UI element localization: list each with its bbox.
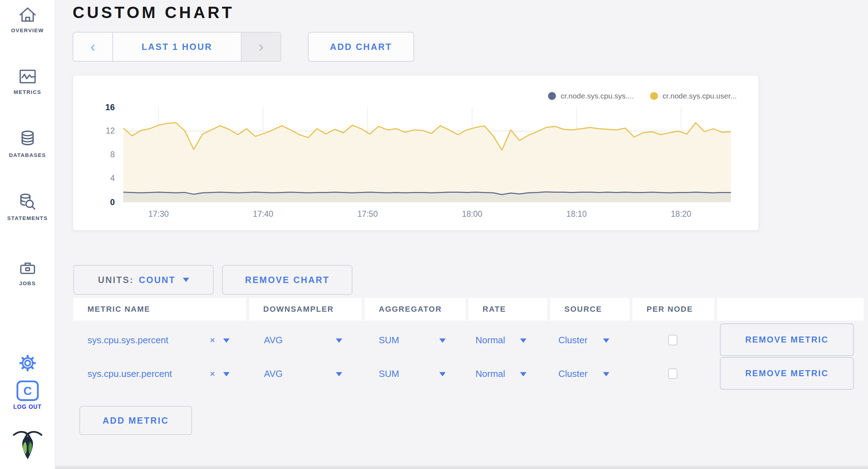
metric-row: sys.cpu.sys.percent × AVG SUM Normal Clu… [0,323,868,357]
x-axis-tick-label: 17:30 [139,209,178,219]
briefcase-icon [0,258,55,278]
series-area [123,192,731,202]
chevron-down-icon[interactable] [603,338,609,343]
chevron-right-icon: › [259,38,264,55]
sidebar-item-metrics[interactable]: METRICS [0,67,55,95]
logout-button[interactable]: C LOG OUT [0,380,55,410]
source-dropdown[interactable]: Cluster [558,335,587,346]
sidebar-item-databases[interactable]: DATABASES [0,129,55,158]
y-axis-tick-label: 16 [73,102,115,112]
source-dropdown[interactable]: Cluster [558,368,587,379]
chevron-down-icon[interactable] [336,372,342,376]
clear-metric-icon[interactable]: × [210,368,215,379]
units-dropdown[interactable]: UNITS: COUNT [73,265,214,295]
time-range-prev-button[interactable]: ‹ [73,33,113,61]
col-header-actions [717,298,864,321]
chevron-down-icon[interactable] [223,372,230,376]
aggregator-dropdown[interactable]: SUM [379,335,399,346]
time-range-next-button[interactable]: › [241,33,281,61]
rate-dropdown[interactable]: Normal [475,368,505,379]
legend-item[interactable]: cr.node.sys.cpu.sys.... [548,92,634,100]
chevron-down-icon[interactable] [520,338,526,343]
settings-gear-button[interactable] [0,354,55,372]
y-axis-tick-label: 4 [73,174,115,183]
legend-dot-icon [650,92,658,100]
legend-label: cr.node.sys.cpu.user... [663,92,737,100]
per-node-checkbox[interactable] [668,368,677,379]
sidebar: OVERVIEW METRICS DATABASES STATEMENTS JO… [0,0,55,469]
x-axis-tick-label: 18:20 [661,209,700,219]
page-title: CUSTOM CHART [73,3,234,22]
units-value: COUNT [139,275,176,285]
cockroachdb-logo [0,429,55,461]
database-icon [0,129,55,149]
col-header-aggregator: AGGREGATOR [365,298,466,321]
clear-metric-icon[interactable]: × [210,335,215,346]
sidebar-item-label: JOBS [0,280,55,286]
sidebar-item-overview[interactable]: OVERVIEW [0,5,55,33]
chart-legend: cr.node.sys.cpu.sys....cr.node.sys.cpu.u… [548,92,737,100]
chevron-down-icon[interactable] [336,338,342,343]
sidebar-item-label: DATABASES [0,152,55,158]
chevron-down-icon[interactable] [520,372,526,376]
sidebar-item-statements[interactable]: STATEMENTS [0,192,55,221]
x-axis-tick-label: 18:10 [557,209,596,219]
col-header-source: SOURCE [550,298,630,321]
sidebar-item-label: METRICS [0,89,55,95]
chevron-down-icon[interactable] [603,372,609,376]
metric-row: sys.cpu.user.percent × AVG SUM Normal Cl… [0,357,868,390]
sidebar-item-label: OVERVIEW [0,27,55,33]
home-icon [0,5,55,25]
x-axis-tick-label: 17:50 [348,209,387,219]
chart-card: cr.node.sys.cpu.sys....cr.node.sys.cpu.u… [73,75,759,231]
add-metric-button[interactable]: ADD METRIC [79,406,192,435]
units-label: UNITS: [98,275,134,285]
chevron-left-icon: ‹ [90,38,95,55]
chevron-down-icon[interactable] [439,338,446,343]
time-range-selector: ‹ LAST 1 HOUR › [73,32,281,62]
logout-label: LOG OUT [0,404,55,410]
rate-dropdown[interactable]: Normal [475,335,505,346]
svg-text:C: C [23,384,32,397]
col-header-metric-name: METRIC NAME [73,298,246,321]
sidebar-item-label: STATEMENTS [0,215,55,221]
legend-dot-icon [548,92,556,100]
remove-metric-button[interactable]: REMOVE METRIC [720,323,854,356]
col-header-downsampler: DOWNSAMPLER [249,298,362,321]
chevron-down-icon[interactable] [223,338,230,343]
statements-search-icon [0,192,55,213]
metric-name-dropdown[interactable]: sys.cpu.sys.percent [88,335,168,346]
y-axis-tick-label: 0 [73,197,115,207]
cockroach-c-icon: C [0,380,55,402]
legend-item[interactable]: cr.node.sys.cpu.user... [650,92,737,100]
bottom-scroll-shadow [55,464,868,469]
x-axis-tick-label: 17:40 [243,209,282,219]
remove-chart-button[interactable]: REMOVE CHART [222,265,353,295]
x-axis-tick-label: 18:00 [452,209,491,219]
cockroach-bug-icon [0,429,55,461]
metrics-chart-icon [0,67,55,86]
sidebar-item-jobs[interactable]: JOBS [0,258,55,286]
col-header-per-node: PER NODE [632,298,714,321]
downsampler-dropdown[interactable]: AVG [264,368,283,379]
remove-metric-button[interactable]: REMOVE METRIC [720,357,854,390]
per-node-checkbox[interactable] [668,335,677,345]
chevron-down-icon[interactable] [439,372,446,376]
time-range-label[interactable]: LAST 1 HOUR [113,33,241,61]
aggregator-dropdown[interactable]: SUM [379,368,399,379]
chevron-down-icon [183,278,189,282]
downsampler-dropdown[interactable]: AVG [264,335,283,346]
add-chart-button[interactable]: ADD CHART [308,32,414,62]
metric-name-dropdown[interactable]: sys.cpu.user.percent [88,368,172,379]
chart-plot-area [123,107,731,202]
gear-icon [0,354,55,372]
y-axis-tick-label: 8 [73,150,115,159]
legend-label: cr.node.sys.cpu.sys.... [560,92,634,100]
y-axis-tick-label: 12 [73,126,115,136]
col-header-rate: RATE [468,298,547,321]
